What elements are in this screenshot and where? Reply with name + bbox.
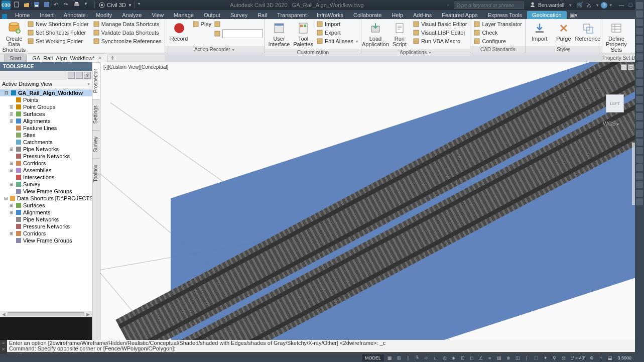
menu-tab-output[interactable]: Output xyxy=(199,11,225,19)
rtool-1[interactable] xyxy=(636,11,643,18)
tree-item-data-shortcuts-d-projects-rail[interactable]: ⊟Data Shortcuts [D:\PROJECTS\Rail Work..… xyxy=(0,195,92,202)
manage-data-shortcuts-button[interactable]: Manage Data Shortcuts xyxy=(92,20,163,28)
redo-icon[interactable]: ↷ xyxy=(64,2,71,9)
rtool-11[interactable] xyxy=(636,96,643,103)
panel-title[interactable]: Action Recorder▼ xyxy=(165,46,265,53)
tree-scrollbar[interactable]: ◄► xyxy=(0,311,92,317)
tree-item-corridors[interactable]: ⊞Corridors xyxy=(0,230,92,237)
expand-icon[interactable]: ⊟ xyxy=(4,90,9,95)
app-logo[interactable]: C3D xyxy=(2,1,11,10)
open-icon[interactable] xyxy=(24,2,31,9)
search-chevron-icon[interactable]: › xyxy=(447,3,449,8)
rtool-12[interactable] xyxy=(636,104,643,111)
new-shortcuts-folder-button[interactable]: New Shortcuts Folder xyxy=(26,20,90,28)
gizmo-icon[interactable]: ✦ xyxy=(542,354,549,361)
snap-icon[interactable]: ⊞ xyxy=(396,354,403,361)
viewport-label[interactable]: [-][Custom View][Conceptual] xyxy=(103,64,168,70)
menu-tab-view[interactable]: View xyxy=(147,11,169,19)
viewport[interactable]: [-][Custom View][Conceptual] — □ ✕ LEFT … xyxy=(100,62,644,340)
doc-tab-1[interactable]: GA_Rail_Algn_Workflow*✕ xyxy=(27,54,107,62)
rtool-8[interactable] xyxy=(636,70,643,77)
dd-icon[interactable]: ▼ xyxy=(84,2,91,9)
side-tab-prospector[interactable]: Prospector xyxy=(92,62,100,99)
maximize-button[interactable]: □ xyxy=(626,2,635,9)
workspace-dropdown[interactable]: Civil 3D ▼ xyxy=(99,2,132,8)
expand-icon[interactable]: ⊞ xyxy=(9,161,14,166)
tree-item-ga-rail-algn-workflow[interactable]: ⊟GA_Rail_Algn_Workflow xyxy=(0,89,92,96)
decimal-icon[interactable]: ⬓ xyxy=(606,354,614,361)
rtool-6[interactable] xyxy=(636,53,643,60)
macro-name-input[interactable] xyxy=(222,29,263,38)
rtool-14[interactable] xyxy=(636,122,643,129)
run-vba-macro-button[interactable]: Run VBA Macro xyxy=(412,37,468,45)
visual-lisp-editor-button[interactable]: Visual LISP Editor xyxy=(412,29,468,37)
undo-icon[interactable]: ↶ xyxy=(54,2,61,9)
menu-tab-modify[interactable]: Modify xyxy=(91,11,117,19)
rtool-7[interactable] xyxy=(636,62,643,69)
share-icon[interactable]: ▾ xyxy=(138,2,145,9)
tree-item-intersections[interactable]: Intersections xyxy=(0,174,92,181)
run-script-button[interactable]: RunScript xyxy=(388,20,412,48)
tree-item-assemblies[interactable]: ⊞Assemblies xyxy=(0,167,92,174)
export-button[interactable]: Export xyxy=(315,29,359,37)
filter-icon[interactable]: ⬚ xyxy=(533,354,540,361)
ribbon-overflow-icon[interactable]: ▣▾ xyxy=(570,12,577,19)
saveas-icon[interactable] xyxy=(44,2,51,9)
rtool-10[interactable] xyxy=(636,87,643,94)
rtool-9[interactable] xyxy=(636,79,643,86)
menu-tab-survey[interactable]: Survey xyxy=(225,11,252,19)
menu-tab-featured-apps[interactable]: Featured Apps xyxy=(437,11,483,19)
toolspace-filter[interactable]: Active Drawing View ▾ xyxy=(0,80,92,88)
rtool-16[interactable] xyxy=(636,139,643,146)
create-data-shortcuts-button[interactable]: Create DataShortcuts xyxy=(2,20,26,54)
user-label[interactable]: Ben.wardell xyxy=(538,3,564,8)
view-cube[interactable]: LEFT WCS ▾ xyxy=(599,87,629,117)
import-button[interactable]: Import xyxy=(528,20,552,43)
menu-tab-home[interactable]: Home xyxy=(10,11,35,19)
tool-palettes-button[interactable]: ToolPalettes xyxy=(291,20,315,48)
cart-icon[interactable]: 🛒 xyxy=(577,2,584,9)
menu-tab-express-tools[interactable]: Express Tools xyxy=(483,11,527,19)
tree-item-pressure-networks[interactable]: Pressure Networks xyxy=(0,153,92,160)
doc-tab-0[interactable]: Start xyxy=(4,54,27,62)
tree-item-alignments[interactable]: ⊞Alignments xyxy=(0,209,92,216)
preview-icon[interactable] xyxy=(214,30,222,38)
expand-icon[interactable]: ⊞ xyxy=(9,168,14,173)
grid-icon[interactable]: ▦ xyxy=(386,354,394,361)
add-icon[interactable]: + xyxy=(597,354,604,361)
menu-tab-manage[interactable]: Manage xyxy=(169,11,199,19)
tree-item-catchments[interactable]: Catchments xyxy=(0,139,92,146)
ts-icon-2[interactable] xyxy=(76,72,83,79)
infer-icon[interactable]: ┗ xyxy=(414,354,421,361)
user-interface-button[interactable]: UserInterface xyxy=(267,20,291,48)
decimal-value[interactable]: 3.5000 xyxy=(616,354,633,361)
rtool-5[interactable] xyxy=(636,45,643,52)
validate-data-shortcuts-button[interactable]: Validate Data Shortcuts xyxy=(92,29,163,37)
check-button[interactable]: Check xyxy=(472,29,523,37)
rtool-13[interactable] xyxy=(636,113,643,120)
expand-icon[interactable]: ⊞ xyxy=(9,118,14,124)
import-button[interactable]: Import xyxy=(315,20,359,28)
ts-help-icon[interactable]: ? xyxy=(84,72,91,79)
rtool-17[interactable] xyxy=(636,147,643,154)
tree-item-pipe-networks[interactable]: ⊞Pipe Networks xyxy=(0,146,92,153)
rtool-20[interactable] xyxy=(636,173,643,180)
annoscale-icon[interactable]: ⚖ xyxy=(560,354,567,361)
save-icon[interactable] xyxy=(34,2,41,9)
rtool-22[interactable] xyxy=(636,190,643,197)
tree-item-point-groups[interactable]: ⊞Point Groups xyxy=(0,103,92,110)
menu-tab-rail[interactable]: Rail xyxy=(252,11,272,19)
transp-icon[interactable]: ▤ xyxy=(495,354,503,361)
tree-item-survey[interactable]: ⊞Survey xyxy=(0,181,92,188)
anno-scale-value[interactable]: 1' = 40' xyxy=(569,354,587,361)
tree-item-points[interactable]: Points xyxy=(0,96,92,103)
3dprint-icon[interactable]: ◫ xyxy=(514,354,522,361)
expand-icon[interactable]: ⊞ xyxy=(9,210,14,215)
set-working-folder-button[interactable]: Set Working Folder xyxy=(26,37,90,45)
menu-tab-add-ins[interactable]: Add-ins xyxy=(408,11,437,19)
side-tab-survey[interactable]: Survey xyxy=(92,130,100,158)
expand-icon[interactable]: ⊞ xyxy=(9,104,14,109)
ts-icon-1[interactable] xyxy=(68,72,75,79)
brand-menu[interactable] xyxy=(2,14,7,19)
synchronize-references-button[interactable]: Synchronize References xyxy=(92,37,163,45)
